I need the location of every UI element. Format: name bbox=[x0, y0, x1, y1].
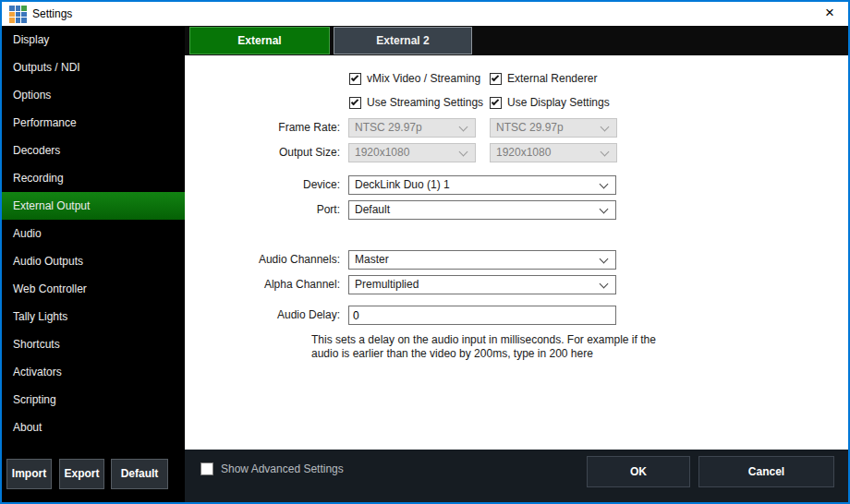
check-icon bbox=[351, 98, 358, 105]
port-value: Default bbox=[355, 203, 390, 216]
sidebar-item-recording[interactable]: Recording bbox=[2, 164, 185, 192]
sidebar-item-tally-lights[interactable]: Tally Lights bbox=[2, 303, 185, 330]
output-size-select-1[interactable]: 1920x1080 bbox=[348, 143, 476, 162]
show-advanced-settings-label: Show Advanced Settings bbox=[221, 461, 344, 477]
window-title: Settings bbox=[32, 2, 72, 26]
port-select[interactable]: Default bbox=[348, 200, 616, 220]
export-button[interactable]: Export bbox=[59, 459, 104, 489]
alpha-channel-select[interactable]: Premultiplied bbox=[348, 275, 616, 294]
tab-external-2[interactable]: External 2 bbox=[334, 27, 472, 54]
main-panel: External External 2 vMix Video / Streami… bbox=[185, 26, 848, 502]
chevron-down-icon bbox=[459, 148, 468, 157]
sidebar-item-web-controller[interactable]: Web Controller bbox=[2, 275, 185, 303]
output-size-select-2[interactable]: 1920x1080 bbox=[490, 143, 617, 162]
tab-external[interactable]: External bbox=[189, 27, 330, 54]
output-size-value-1: 1920x1080 bbox=[355, 146, 409, 159]
vmix-video-streaming-label: vMix Video / Streaming bbox=[367, 72, 480, 86]
chevron-down-icon bbox=[601, 148, 610, 157]
check-icon bbox=[492, 74, 499, 81]
check-icon bbox=[492, 98, 499, 105]
external-renderer-label: External Renderer bbox=[507, 72, 597, 86]
audio-delay-label: Audio Delay: bbox=[185, 306, 340, 325]
use-streaming-settings-label: Use Streaming Settings bbox=[367, 96, 483, 110]
sidebar-item-shortcuts[interactable]: Shortcuts bbox=[2, 330, 185, 358]
audio-channels-select[interactable]: Master bbox=[348, 250, 616, 270]
device-label: Device: bbox=[185, 175, 340, 195]
audio-delay-help-text: This sets a delay on the audio input in … bbox=[311, 333, 659, 361]
cancel-button[interactable]: Cancel bbox=[698, 456, 834, 487]
ok-button[interactable]: OK bbox=[587, 456, 690, 487]
chevron-down-icon bbox=[600, 180, 609, 189]
sidebar-item-audio[interactable]: Audio bbox=[2, 220, 185, 247]
sidebar-item-performance[interactable]: Performance bbox=[2, 109, 185, 137]
vmix-video-streaming-checkbox[interactable] bbox=[349, 73, 361, 85]
frame-rate-select-1[interactable]: NTSC 29.97p bbox=[348, 118, 476, 138]
vmix-logo-icon bbox=[9, 6, 27, 23]
use-streaming-settings-checkbox[interactable] bbox=[349, 97, 361, 109]
chevron-down-icon bbox=[600, 205, 609, 214]
close-icon[interactable]: × bbox=[815, 2, 844, 26]
chevron-down-icon bbox=[601, 123, 610, 132]
settings-window: Settings × Display Outputs / NDI Options… bbox=[0, 0, 850, 504]
default-button[interactable]: Default bbox=[111, 459, 168, 489]
audio-delay-input[interactable] bbox=[348, 306, 616, 325]
settings-sidebar: Display Outputs / NDI Options Performanc… bbox=[2, 26, 185, 502]
external-output-panel: vMix Video / Streaming External Renderer… bbox=[185, 55, 848, 450]
tab-strip: External External 2 bbox=[185, 26, 848, 55]
audio-channels-label: Audio Channels: bbox=[185, 250, 340, 270]
titlebar: Settings × bbox=[2, 2, 848, 26]
sidebar-item-activators[interactable]: Activators bbox=[2, 358, 185, 386]
chevron-down-icon bbox=[600, 255, 609, 264]
dialog-footer: Show Advanced Settings OK Cancel bbox=[185, 450, 848, 502]
chevron-down-icon bbox=[600, 280, 609, 289]
external-renderer-checkbox[interactable] bbox=[490, 73, 502, 85]
use-display-settings-checkbox[interactable] bbox=[490, 97, 502, 109]
audio-channels-value: Master bbox=[355, 253, 389, 266]
sidebar-item-about[interactable]: About bbox=[2, 414, 185, 441]
output-size-label: Output Size: bbox=[185, 143, 340, 162]
import-button[interactable]: Import bbox=[6, 459, 52, 489]
sidebar-item-external-output[interactable]: External Output bbox=[2, 192, 185, 220]
chevron-down-icon bbox=[459, 123, 468, 132]
frame-rate-value-1: NTSC 29.97p bbox=[355, 121, 422, 134]
sidebar-item-scripting[interactable]: Scripting bbox=[2, 386, 185, 414]
check-icon bbox=[351, 74, 358, 81]
output-size-value-2: 1920x1080 bbox=[496, 146, 551, 159]
sidebar-item-outputs-ndi[interactable]: Outputs / NDI bbox=[2, 54, 185, 81]
sidebar-item-decoders[interactable]: Decoders bbox=[2, 137, 185, 164]
device-value: DeckLink Duo (1) 1 bbox=[355, 178, 450, 191]
sidebar-item-display[interactable]: Display bbox=[2, 26, 185, 54]
show-advanced-settings-checkbox[interactable] bbox=[200, 462, 213, 475]
frame-rate-label: Frame Rate: bbox=[185, 118, 340, 138]
use-display-settings-label: Use Display Settings bbox=[507, 96, 610, 110]
alpha-channel-label: Alpha Channel: bbox=[185, 275, 340, 294]
frame-rate-value-2: NTSC 29.97p bbox=[496, 121, 564, 134]
sidebar-item-audio-outputs[interactable]: Audio Outputs bbox=[2, 247, 185, 275]
port-label: Port: bbox=[185, 200, 340, 220]
alpha-channel-value: Premultiplied bbox=[355, 278, 419, 291]
frame-rate-select-2[interactable]: NTSC 29.97p bbox=[490, 118, 617, 138]
device-select[interactable]: DeckLink Duo (1) 1 bbox=[348, 175, 616, 195]
sidebar-item-options[interactable]: Options bbox=[2, 81, 185, 109]
